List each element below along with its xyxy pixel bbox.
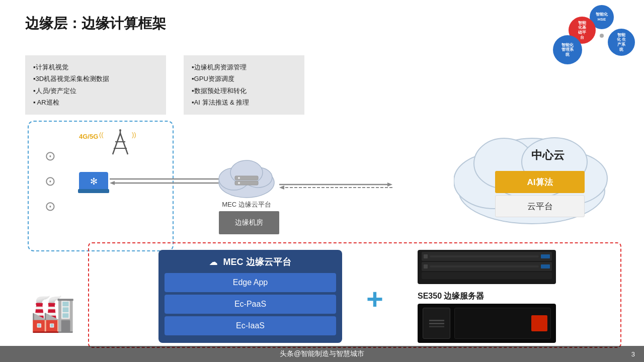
building-icon: 🏭 xyxy=(30,292,75,334)
svg-line-1 xyxy=(120,133,128,154)
radio-icon-3: ⊙ xyxy=(45,199,56,214)
watermark-text: 头条@智能制造与智慧城市 xyxy=(280,349,364,358)
central-cloud-title: 中心云 xyxy=(531,148,565,163)
se350-label: SE350 边缘服务器 xyxy=(418,291,484,302)
plus-sign: + xyxy=(366,285,383,314)
svg-marker-19 xyxy=(387,183,392,187)
bluetooth-device: ✻ xyxy=(79,172,108,191)
cloud-platform-box: 云平台 xyxy=(495,195,585,217)
signal-waves-left: (( xyxy=(99,131,104,138)
radio-icon-1: ⊙ xyxy=(45,148,56,164)
server-bottom-image xyxy=(418,304,556,343)
info-right-line2: ▪GPU资源调度 xyxy=(192,73,296,84)
tower-icon xyxy=(110,129,130,157)
ec-iaas-button[interactable]: Ec-IaaS xyxy=(165,316,336,335)
info-right-line3: ▪数据预处理和转化 xyxy=(192,85,296,97)
corner-cluster: 智能化HSE 智能化基础平台 智能化管理系统 智能化 生产系统 xyxy=(552,3,640,65)
ai-algorithm-box: AI算法 xyxy=(495,171,585,193)
mec-to-cloud-arrow xyxy=(279,178,395,191)
watermark: 头条@智能制造与智慧城市 3 xyxy=(0,346,644,362)
info-box-left: ▪计算机视觉 ▪3D机器视觉采集检测数据 ▪人员/资产定位 ▪ AR巡检 xyxy=(25,55,166,115)
edge-datacenter: 边缘机房 xyxy=(219,211,279,234)
radio-icon-2: ⊙ xyxy=(45,173,56,189)
mec-center-label: MEC 边缘云平台 xyxy=(211,200,282,209)
network-label: 4G/5G xyxy=(79,133,98,140)
ec-paas-button[interactable]: Ec-PaaS xyxy=(165,295,336,314)
page-title: 边缘层：边缘计算框架 xyxy=(25,14,166,33)
mec-platform-title: ☁ MEC 边缘云平台 xyxy=(165,256,336,268)
svg-marker-9 xyxy=(110,181,115,185)
info-box-right: ▪边缘机房资源管理 ▪GPU资源调度 ▪数据预处理和转化 ▪AI 算法推送 & … xyxy=(184,55,304,115)
page-number: 3 xyxy=(631,350,635,358)
svg-point-5 xyxy=(119,129,121,131)
info-left-line1: ▪计算机视觉 xyxy=(33,61,158,73)
info-left-line3: ▪人员/资产定位 xyxy=(33,85,158,97)
server-top-image xyxy=(418,250,556,284)
mec-cloud-icon xyxy=(214,155,279,200)
info-right-line1: ▪边缘机房资源管理 xyxy=(192,61,296,73)
mec-platform-box: ☁ MEC 边缘云平台 Edge App Ec-PaaS Ec-IaaS xyxy=(158,250,342,343)
edge-app-button[interactable]: Edge App xyxy=(165,273,336,292)
signal-waves-right: )) xyxy=(132,131,136,138)
svg-point-16 xyxy=(238,177,240,179)
svg-line-0 xyxy=(113,133,120,154)
svg-point-17 xyxy=(238,182,240,184)
svg-marker-21 xyxy=(279,186,284,190)
badge-mgmt-sys: 智能化管理系统 xyxy=(553,35,582,64)
badge-prod-sys: 智能化 生产系统 xyxy=(608,29,635,56)
info-left-line2: ▪3D机器视觉采集检测数据 xyxy=(33,73,158,84)
info-right-line4: ▪AI 算法推送 & 推理 xyxy=(192,97,296,108)
info-left-line4: ▪ AR巡检 xyxy=(33,97,158,108)
